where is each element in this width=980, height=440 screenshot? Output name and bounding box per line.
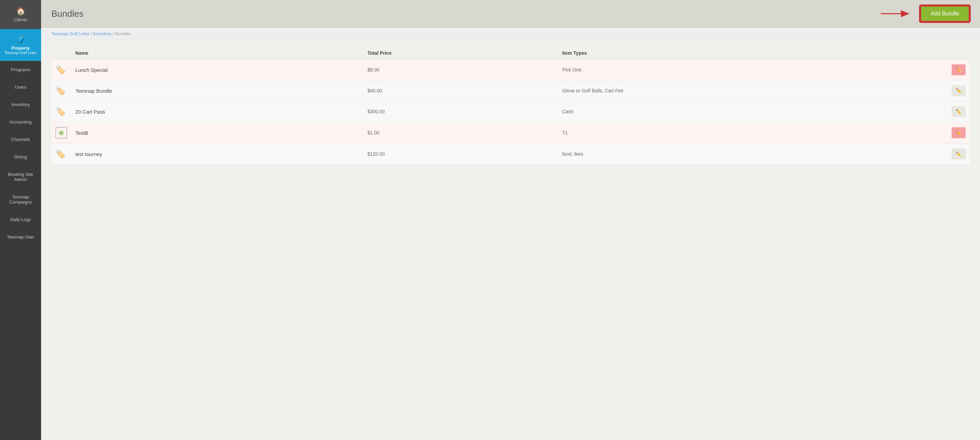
table-row: 🏷️test tourney$120.00food, fees✏️ <box>51 144 970 165</box>
sidebar-item-dining[interactable]: Dining <box>0 148 41 165</box>
breadcrumb-teesnap[interactable]: Teesnap Golf Links <box>51 31 89 36</box>
breadcrumb: Teesnap Golf Links / Inventory / Bundles <box>41 28 980 40</box>
bundle-price: $1.00 <box>363 122 558 144</box>
bundle-price: $300.00 <box>363 101 558 122</box>
sidebar-item-clients[interactable]: 🏠 Clients <box>0 0 41 29</box>
bundle-icon-cell: 🏷️ <box>51 60 71 80</box>
content-area: Name Total Price Item Types 🏷️Lunch Spec… <box>41 40 980 440</box>
col-types: Item Types <box>558 47 947 60</box>
sidebar-item-accounting[interactable]: Accounting <box>0 113 41 131</box>
col-price: Total Price <box>363 47 558 60</box>
bundles-table: Name Total Price Item Types 🏷️Lunch Spec… <box>51 47 970 165</box>
sidebar-item-programs[interactable]: Programs <box>0 61 41 78</box>
bundle-item-types: Pick One <box>558 60 947 80</box>
bundle-name: Lunch Special <box>71 60 363 80</box>
tag-icon: 🏷️ <box>56 65 66 74</box>
sidebar-item-property[interactable]: 🧳 Property Teesnap Golf Links <box>0 29 41 61</box>
edit-bundle-button[interactable]: ✏️ <box>951 148 966 159</box>
edit-bundle-button[interactable]: ✏️ <box>951 106 966 117</box>
table-row: 🏷️20 Cart Pass$300.00Carts✏️ <box>51 101 970 122</box>
bundle-item-types: Carts <box>558 101 947 122</box>
bundle-price: $40.00 <box>363 80 558 101</box>
bundle-icon-cell: 🏷️ <box>51 101 71 122</box>
tag-icon: 🏷️ <box>56 107 66 116</box>
bundle-icon-cell: ✳️ <box>51 122 71 144</box>
bundle-action-cell: ✏️ <box>947 80 970 101</box>
tag-icon: 🏷️ <box>56 86 66 95</box>
bundle-name: 20 Cart Pass <box>71 101 363 122</box>
sidebar-item-teesnap-campaigns[interactable]: Teesnap Campaigns <box>0 188 41 211</box>
arrow-annotation <box>879 8 913 20</box>
col-icon <box>51 47 71 60</box>
sidebar-item-channels[interactable]: Channels <box>0 131 41 148</box>
sidebar-item-inventory[interactable]: Inventory <box>0 96 41 113</box>
sidebar-item-daily-logs[interactable]: Daily Logs <box>0 211 41 228</box>
page-title: Bundles <box>51 8 84 19</box>
bundle-action-cell: ✏️ <box>947 101 970 122</box>
home-icon: 🏠 <box>16 7 25 16</box>
sidebar-item-teesnap-user[interactable]: Teesnap User <box>0 228 41 246</box>
tag-icon: 🏷️ <box>56 149 66 159</box>
bundle-action-cell: ✏️ <box>947 144 970 165</box>
table-row: 🏷️Lunch Special$8.00Pick One✏️ <box>51 60 970 80</box>
col-action <box>947 47 970 60</box>
sidebar-item-booking-site-admin[interactable]: Booking Site Admin <box>0 165 41 188</box>
bundle-item-types: T1 <box>558 122 947 144</box>
bundle-price: $8.00 <box>363 60 558 80</box>
col-name: Name <box>71 47 363 60</box>
edit-bundle-button[interactable]: ✏️ <box>951 127 966 138</box>
bundle-price: $120.00 <box>363 144 558 165</box>
breadcrumb-bundles: Bundles <box>115 31 131 36</box>
page-header: Bundles Add Bundle <box>41 0 980 28</box>
edit-bundle-button[interactable]: ✏️ <box>951 64 966 75</box>
bundle-name: Teesnap Bundle <box>71 80 363 101</box>
bundle-name: TestB <box>71 122 363 144</box>
sidebar: 🏠 Clients 🧳 Property Teesnap Golf Links … <box>0 0 41 440</box>
bundle-name: test tourney <box>71 144 363 165</box>
table-row: 🏷️Teesnap Bundle$40.00Glove or Golf Ball… <box>51 80 970 101</box>
bundle-action-cell: ✏️ <box>947 60 970 80</box>
bundle-action-cell: ✏️ <box>947 122 970 144</box>
breadcrumb-inventory[interactable]: Inventory <box>93 31 111 36</box>
sidebar-item-users[interactable]: Users <box>0 78 41 96</box>
table-row: ✳️TestB$1.00T1✏️ <box>51 122 970 144</box>
main-content: Bundles Add Bundle Teesnap Golf Links / … <box>41 0 980 440</box>
header-actions: Add Bundle <box>879 5 970 22</box>
bundle-icon-cell: 🏷️ <box>51 144 71 165</box>
property-icon: 🧳 <box>16 35 25 44</box>
bundle-icon-cell: 🏷️ <box>51 80 71 101</box>
add-bundle-button[interactable]: Add Bundle <box>920 5 970 22</box>
edit-bundle-button[interactable]: ✏️ <box>951 85 966 96</box>
bundle-item-types: Glove or Golf Balls, Cart Fee <box>558 80 947 101</box>
arrow-icon <box>879 8 913 20</box>
bundle-item-types: food, fees <box>558 144 947 165</box>
gift-icon: ✳️ <box>56 127 67 138</box>
